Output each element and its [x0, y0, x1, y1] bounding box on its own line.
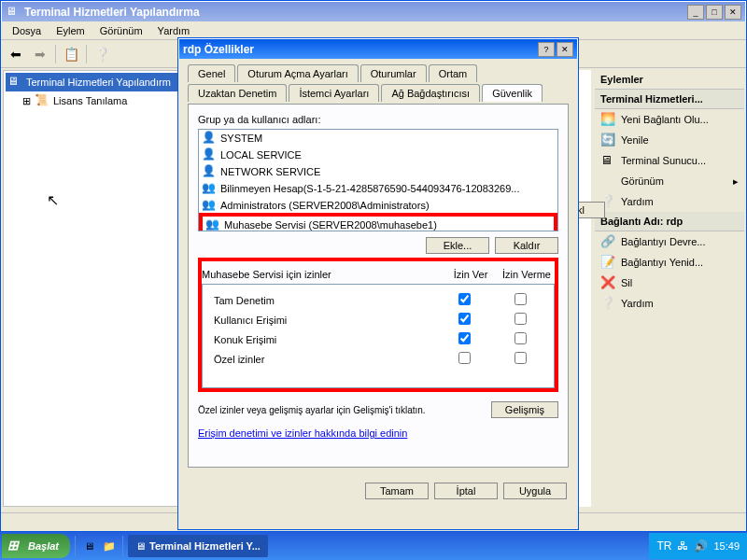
quicklaunch-explorer[interactable]: 📁 — [100, 537, 119, 555]
action-icon: ❌ — [600, 275, 615, 290]
learn-link[interactable]: Erişim denetimi ve izinler hakkında bilg… — [198, 427, 407, 439]
user-icon: 👤 — [202, 131, 217, 146]
main-title: Terminal Hizmetleri Yapılandırma — [24, 6, 687, 19]
action-item[interactable]: ❔Yardım — [595, 293, 744, 314]
tree-child[interactable]: ⊞ 📜 Lisans Tanılama — [6, 91, 187, 110]
remove-button[interactable]: Kaldır — [495, 237, 558, 254]
ok-button[interactable]: Tamam — [365, 483, 429, 499]
windows-icon: ⊞ — [7, 538, 24, 554]
action-icon: 🔄 — [600, 133, 615, 147]
clock[interactable]: 15:49 — [713, 540, 740, 552]
deny-checkbox[interactable] — [514, 352, 527, 364]
tray-network-icon[interactable]: 🖧 — [677, 539, 688, 553]
dialog-help-button[interactable]: ? — [538, 42, 555, 57]
close-button[interactable]: ✕ — [725, 5, 741, 20]
lang-indicator[interactable]: TR — [656, 539, 671, 553]
menu-help[interactable]: Yardım — [150, 23, 198, 37]
add-button[interactable]: Ekle... — [426, 237, 489, 254]
actions-panel: Eylemler Terminal Hizmetleri... 🌅Yeni Ba… — [595, 70, 744, 507]
app-icon: 🖥 — [6, 5, 21, 20]
permission-name: Tam Denetim — [208, 295, 436, 306]
deny-checkbox[interactable] — [514, 293, 527, 305]
action-item[interactable]: 🔄Yenile — [595, 130, 744, 150]
user-item[interactable]: 👤LOCAL SERVICE — [199, 147, 557, 163]
quicklaunch-desktop[interactable]: 🖥 — [79, 537, 98, 555]
tray-sound-icon[interactable]: 🔊 — [694, 539, 708, 553]
user-item[interactable]: 👥Muhasebe Servisi (SERVER2008\muhasebe1) — [203, 217, 554, 231]
user-label: Bilinmeyen Hesap(S-1-5-21-4285876590-544… — [220, 183, 519, 194]
group-label: Grup ya da kullanıcı adları: — [198, 114, 558, 125]
taskbar-item[interactable]: 🖥 Terminal Hizmetleri Y... — [128, 535, 268, 557]
dialog-titlebar[interactable]: rdp Özellikler ? ✕ — [178, 38, 578, 59]
user-item[interactable]: 👥Administrators (SERVER2008\Administrato… — [199, 197, 557, 214]
back-button[interactable]: ⬅ — [5, 43, 27, 65]
menu-view[interactable]: Görünüm — [92, 23, 150, 37]
action-item[interactable]: ❌Sil — [595, 273, 744, 293]
maximize-button[interactable]: □ — [706, 5, 723, 20]
user-label: Administrators (SERVER2008\Administrator… — [220, 200, 430, 211]
minimize-button[interactable]: _ — [687, 5, 704, 20]
tab-sessions[interactable]: Oturumlar — [360, 64, 427, 82]
hint-text: Özel izinler veya gelişmiş ayarlar için … — [198, 405, 491, 415]
action-icon: 🔗 — [600, 234, 615, 249]
allow-checkbox[interactable] — [458, 332, 471, 344]
action-item[interactable]: 🔗Bağlantıyı Devre... — [595, 231, 744, 252]
permission-row: Kullanıcı Erişimi — [208, 310, 548, 329]
forward-button[interactable]: ➡ — [29, 43, 51, 65]
start-button[interactable]: ⊞ Başlat — [2, 534, 70, 558]
props-button[interactable]: 📋 — [60, 43, 82, 65]
user-icon: 👤 — [202, 147, 217, 162]
tab-client-settings[interactable]: İstemci Ayarları — [289, 84, 379, 102]
user-label: NETWORK SERVICE — [220, 166, 320, 177]
user-icon: 👥 — [202, 198, 217, 213]
user-item[interactable]: 👤NETWORK SERVICE — [199, 163, 557, 180]
tab-environment[interactable]: Ortam — [429, 64, 478, 82]
user-list[interactable]: 👤SYSTEM👤LOCAL SERVICE👤NETWORK SERVICE👥Bi… — [198, 129, 558, 231]
tab-network-adapter[interactable]: Ağ Bağdaştırıcısı — [381, 84, 480, 102]
col-deny: İzin Verme — [499, 269, 555, 280]
allow-checkbox[interactable] — [458, 293, 471, 305]
action-item[interactable]: 🌅Yeni Bağlantı Olu... — [595, 109, 744, 130]
permission-name: Kullanıcı Erişimi — [208, 315, 436, 326]
action-icon: 🌅 — [600, 112, 615, 127]
help-button[interactable]: ❔ — [91, 43, 113, 65]
action-label: Yardım — [621, 196, 654, 207]
permission-name: Özel izinler — [208, 354, 436, 365]
allow-checkbox[interactable] — [458, 352, 471, 364]
action-icon: 📝 — [600, 255, 615, 270]
tree-child-label: Lisans Tanılama — [53, 95, 127, 106]
action-label: Bağlantıyı Yenid... — [621, 257, 703, 268]
advanced-button[interactable]: Gelişmiş — [491, 401, 558, 418]
user-label: SYSTEM — [220, 133, 262, 144]
permission-row: Konuk Erişimi — [208, 329, 548, 349]
action-label: Sil — [621, 277, 632, 288]
user-item[interactable]: 👥Bilinmeyen Hesap(S-1-5-21-4285876590-54… — [199, 180, 557, 197]
apply-button[interactable]: Uygula — [503, 483, 567, 499]
menu-action[interactable]: Eylem — [49, 23, 92, 37]
action-item[interactable]: Görünüm ▸ — [595, 171, 744, 191]
license-icon: 📜 — [35, 93, 49, 108]
tab-logon[interactable]: Oturum Açma Ayarları — [237, 64, 358, 82]
action-label: Yeni Bağlantı Olu... — [621, 114, 709, 125]
tab-security[interactable]: Güvenlik — [482, 84, 543, 102]
tree-expand-icon[interactable]: ⊞ — [22, 95, 31, 107]
action-item[interactable]: ❔Yardım — [595, 191, 744, 212]
action-item[interactable]: 📝Bağlantıyı Yenid... — [595, 252, 744, 273]
dialog-close-button[interactable]: ✕ — [557, 42, 573, 57]
action-label: Bağlantıyı Devre... — [621, 236, 706, 247]
user-item[interactable]: 👤SYSTEM — [199, 130, 557, 147]
allow-checkbox[interactable] — [458, 313, 471, 325]
menu-file[interactable]: Dosya — [5, 23, 49, 37]
action-label: Yardım — [621, 298, 654, 309]
deny-checkbox[interactable] — [514, 332, 527, 344]
actions-group2-title: Bağlantı Adı: rdp — [595, 212, 744, 231]
tab-remote-control[interactable]: Uzaktan Denetim — [188, 84, 287, 102]
deny-checkbox[interactable] — [514, 313, 527, 325]
main-titlebar: 🖥 Terminal Hizmetleri Yapılandırma _ □ ✕ — [1, 1, 746, 21]
cancel-button[interactable]: İptal — [434, 483, 498, 499]
tab-general[interactable]: Genel — [188, 64, 235, 82]
action-item[interactable]: 🖥Terminal Sunucu... — [595, 150, 744, 171]
user-icon: 👥 — [205, 217, 220, 231]
tree-root[interactable]: 🖥 Terminal Hizmetleri Yapılandırm — [6, 73, 187, 91]
perm-label: Muhasebe Servisi için izinler — [202, 269, 443, 280]
